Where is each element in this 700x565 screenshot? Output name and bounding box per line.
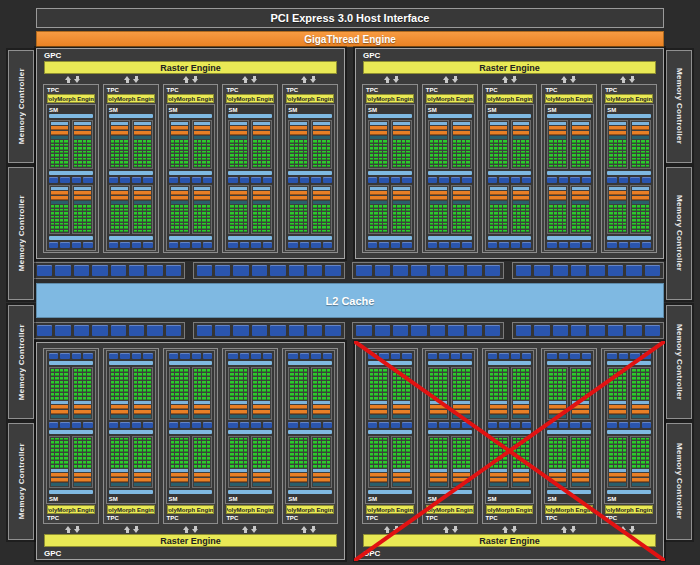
cuda-core-cell (402, 438, 405, 441)
cuda-core-cell (290, 465, 293, 468)
sm-core-block (169, 436, 190, 489)
arrow-up-icon (561, 76, 567, 83)
cuda-core-cell (517, 373, 520, 376)
cuda-core-cell (138, 212, 141, 215)
cuda-core-cell (143, 381, 146, 384)
cuda-core-cell (558, 223, 561, 226)
tex-unit-chip (311, 177, 320, 183)
dispatch-bar (490, 478, 507, 482)
cuda-core-cell (618, 158, 621, 161)
arrow-up-icon (620, 76, 626, 83)
cuda-core-cell (632, 373, 635, 376)
cuda-core-cell (494, 385, 497, 388)
cuda-core-cell (513, 441, 516, 444)
cuda-core-cell (115, 381, 118, 384)
cuda-core-cell (318, 144, 321, 147)
cuda-core-cell (74, 223, 77, 226)
cuda-core-cell (194, 461, 197, 464)
cuda-core-cell (258, 449, 261, 452)
warp-scheduler-bar (290, 187, 307, 190)
cuda-core-cell (55, 461, 58, 464)
cuda-core-cell (526, 397, 529, 400)
tex-unit-chip (263, 353, 272, 359)
cuda-core-cell (646, 216, 649, 219)
cuda-core-cell (258, 393, 261, 396)
cuda-core-cell (563, 209, 566, 212)
cuda-core-cell (614, 216, 617, 219)
cuda-core-cell (253, 373, 256, 376)
cuda-core-cell (198, 453, 201, 456)
cuda-core-cell (370, 147, 373, 150)
cuda-core-cell (526, 393, 529, 396)
dispatch-bar (313, 405, 330, 409)
cuda-core-cell (637, 453, 640, 456)
sm-label: SM (49, 106, 93, 113)
core-grid (134, 205, 151, 232)
cuda-core-cell (618, 381, 621, 384)
cuda-core-cell (397, 457, 400, 460)
cuda-core-cell (171, 140, 174, 143)
cuda-core-cell (517, 223, 520, 226)
cuda-core-cell (194, 230, 197, 233)
cuda-core-cell (513, 449, 516, 452)
cuda-core-cell (184, 154, 187, 157)
cuda-core-cell (499, 453, 502, 456)
cuda-core-cell (490, 151, 493, 154)
polymorph-engine-bar: PolyMorph Engine (107, 505, 155, 514)
cuda-core-cell (558, 438, 561, 441)
cuda-core-cell (207, 212, 210, 215)
arrow-up-icon (443, 526, 449, 533)
cuda-core-cell (124, 389, 127, 392)
memory-controller-right-2: Memory Controller (666, 167, 692, 300)
cuda-core-cell (402, 445, 405, 448)
cuda-core-cell (572, 158, 575, 161)
tex-unit-chip (499, 242, 508, 248)
cuda-core-cell (434, 389, 437, 392)
cuda-core-cell (304, 147, 307, 150)
cuda-core-cell (466, 219, 469, 222)
cuda-core-cell (313, 453, 316, 456)
cuda-core-cell (443, 147, 446, 150)
core-grid (134, 140, 151, 167)
dispatch-bar (513, 478, 530, 482)
arrow-stem (445, 80, 448, 83)
cuda-core-cell (370, 158, 373, 161)
cuda-core-cell (111, 140, 114, 143)
cuda-core-cell (370, 212, 373, 215)
cuda-core-cell (434, 154, 437, 157)
tex-unit-chip (263, 242, 272, 248)
cuda-core-cell (554, 226, 557, 229)
cuda-core-cell (60, 397, 63, 400)
cuda-core-cell (641, 385, 644, 388)
cuda-core-cell (235, 219, 238, 222)
cuda-core-cell (457, 457, 460, 460)
sm-cache-bar (547, 114, 591, 118)
cuda-core-cell (494, 369, 497, 372)
cuda-core-cell (609, 445, 612, 448)
cuda-core-cell (402, 385, 405, 388)
dispatch-bar (513, 473, 530, 477)
core-grid (74, 205, 91, 232)
dispatch-bar (632, 131, 649, 135)
cuda-core-cell (383, 161, 386, 164)
sm-block-row (49, 367, 93, 420)
cuda-core-cell (111, 161, 114, 164)
cuda-core-cell (554, 465, 557, 468)
cuda-core-cell (581, 223, 584, 226)
cuda-core-cell (120, 226, 123, 229)
cuda-core-cell (235, 385, 238, 388)
cuda-core-cell (430, 161, 433, 164)
cuda-core-cell (370, 230, 373, 233)
cuda-core-cell (262, 445, 265, 448)
cuda-core-cell (171, 461, 174, 464)
cuda-core-cell (51, 223, 54, 226)
cuda-core-cell (64, 397, 67, 400)
cuda-core-cell (64, 385, 67, 388)
polymorph-engine-bar: PolyMorph Engine (605, 94, 653, 103)
cuda-core-cell (194, 216, 197, 219)
cuda-core-cell (304, 445, 307, 448)
tex-unit-row (607, 242, 651, 248)
cuda-core-cell (175, 393, 178, 396)
warp-scheduler-bar (370, 187, 387, 190)
cuda-core-cell (198, 369, 201, 372)
